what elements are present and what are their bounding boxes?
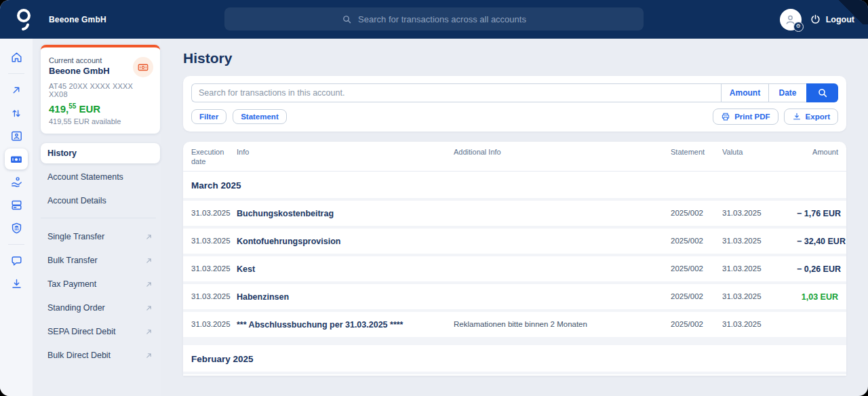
transaction-amount: 1,03 EUR — [797, 292, 838, 302]
rail-divider — [8, 73, 24, 74]
statement-number: 2025/002 — [671, 292, 722, 300]
search-icon — [342, 14, 352, 24]
statement-number: 2025/002 — [671, 264, 722, 273]
account-balance: 419,55 EUR — [49, 102, 152, 115]
sidebar-divider — [41, 218, 156, 218]
filter-button[interactable]: Filter — [191, 109, 226, 124]
valuta-date: 31.03.2025 — [722, 209, 797, 217]
additional-info: Reklamationen bitte binnen 2 Monaten — [454, 320, 671, 328]
bank-logo-icon — [15, 7, 33, 32]
print-pdf-label: Print PDF — [734, 113, 770, 121]
rail-item-cards-icon[interactable] — [5, 195, 28, 216]
sidebar-item-standing-order[interactable]: Standing Order — [41, 298, 160, 318]
sidebar-item-tax-payment[interactable]: Tax Payment — [41, 274, 160, 294]
app-shell: Current account Beeone GmbH AT45 20XX XX… — [0, 39, 868, 396]
banknote-icon — [133, 57, 153, 77]
amount-filter-button[interactable]: Amount — [721, 83, 768, 102]
transaction-info: Kontofuehrungsprovision — [237, 237, 454, 246]
transaction-info: Habenzinsen — [237, 292, 454, 302]
valuta-date: 31.03.2025 — [722, 264, 797, 273]
external-link-icon — [144, 304, 153, 313]
sidebar-item-label: Account Statements — [47, 172, 123, 182]
valuta-date: 31.03.2025 — [722, 237, 797, 245]
sidebar-item-label: Bulk Transfer — [47, 256, 98, 265]
account-card[interactable]: Current account Beeone GmbH AT45 20XX XX… — [41, 45, 160, 134]
account-search-input[interactable] — [191, 83, 721, 102]
rail-item-chat-icon[interactable] — [5, 250, 28, 271]
export-label: Export — [806, 113, 830, 121]
rail-item-banknote-icon[interactable] — [5, 148, 28, 170]
sidebar-item-label: Standing Order — [47, 303, 105, 313]
export-button[interactable]: Export — [784, 108, 838, 125]
transaction-row[interactable]: 31.03.2025*** Abschlussbuchung per 31.03… — [183, 309, 846, 337]
external-link-icon — [144, 328, 153, 336]
account-available: 419,55 EUR available — [49, 117, 152, 125]
account-menu: HistoryAccount StatementsAccount Details — [41, 143, 161, 211]
rail-item-arrow-up-right-icon[interactable] — [5, 79, 28, 100]
rail-item-shield-bank-icon[interactable] — [5, 218, 28, 239]
transaction-row[interactable]: 31.03.2025Kontofuehrungsprovision2025/00… — [183, 226, 846, 254]
month-header: February 2025 — [183, 337, 846, 372]
sidebar-item-single-transfer[interactable]: Single Transfer — [41, 226, 160, 247]
external-link-icon — [144, 256, 153, 265]
transactions-table: Execution dateInfoAdditional InfoStateme… — [183, 142, 846, 376]
sidebar-item-bulk-direct-debit[interactable]: Bulk Direct Debit — [41, 345, 160, 365]
execution-date: 31.03.2025 — [191, 264, 237, 273]
valuta-date: 31.03.2025 — [722, 320, 797, 328]
rail-item-contact-card-icon[interactable] — [5, 125, 28, 146]
valuta-date: 31.03.2025 — [722, 292, 797, 300]
rail-divider — [8, 244, 24, 245]
transaction-row[interactable]: 31.03.2025Buchungskostenbeitrag2025/0023… — [183, 198, 846, 226]
download-icon — [792, 112, 802, 121]
transaction-info: *** Abschlussbuchung per 31.03.2025 **** — [237, 320, 454, 330]
transaction-row[interactable]: 31.03.2025Habenzinsen2025/00231.03.20251… — [183, 281, 846, 309]
transaction-row[interactable]: 31.03.2025Kest2025/00231.03.2025− 0,26 E… — [183, 254, 846, 281]
date-filter-button[interactable]: Date — [768, 83, 806, 102]
page-title: History — [183, 50, 846, 66]
search-icon — [817, 87, 828, 98]
power-icon — [810, 14, 821, 25]
external-link-icon — [144, 351, 153, 360]
print-pdf-button[interactable]: Print PDF — [713, 108, 778, 125]
corner-fold — [833, 0, 868, 24]
statement-button[interactable]: Statement — [233, 109, 287, 124]
sidebar-item-label: Single Transfer — [47, 232, 104, 241]
external-link-icon — [144, 233, 153, 241]
table-body: March 202531.03.2025Buchungskostenbeitra… — [183, 172, 846, 376]
rail-item-hand-coin-icon[interactable] — [5, 172, 28, 193]
rail-item-download-icon[interactable] — [5, 273, 28, 294]
search-toolbar: Amount Date Filter Statement Print PDF — [183, 76, 846, 132]
global-search-placeholder: Search for transactions across all accou… — [358, 14, 526, 24]
column-header: Statement — [671, 147, 722, 157]
sidebar-item-account-details[interactable]: Account Details — [41, 191, 160, 211]
topbar: Beeone GmbH Search for transactions acro… — [0, 0, 868, 39]
settings-gear-icon[interactable]: ⚙ — [793, 22, 804, 32]
column-header: Valuta — [722, 147, 797, 157]
column-header: Additional Info — [454, 147, 671, 157]
transaction-amount: − 1,76 EUR — [797, 209, 841, 218]
transaction-amount: − 32,40 EUR — [797, 237, 846, 246]
printer-icon — [721, 112, 730, 121]
rail-item-home-icon[interactable] — [5, 47, 28, 68]
sidebar-item-label: History — [47, 148, 77, 158]
sidebar-item-label: Bulk Direct Debit — [47, 351, 111, 360]
rail-item-arrows-up-down-icon[interactable] — [5, 102, 28, 123]
column-header: Amount — [797, 147, 838, 157]
sidebar-item-label: Account Details — [47, 196, 106, 205]
user-avatar[interactable]: ⚙ — [780, 9, 802, 31]
sidebar: Current account Beeone GmbH AT45 20XX XX… — [33, 39, 161, 396]
account-iban: AT45 20XX XXXX XXXX XX08 — [49, 82, 152, 98]
sidebar-item-history[interactable]: History — [41, 143, 160, 163]
transaction-row[interactable]: 19.02.2025Autowerkstatt WalcherAT46 20XX… — [183, 372, 846, 376]
sidebar-item-sepa-direct-debit[interactable]: SEPA Direct Debit — [41, 321, 160, 342]
sidebar-item-account-statements[interactable]: Account Statements — [41, 167, 160, 187]
column-header: Info — [237, 147, 454, 157]
search-button[interactable] — [806, 83, 838, 102]
global-search-input[interactable]: Search for transactions across all accou… — [224, 7, 644, 31]
transaction-amount: − 0,26 EUR — [797, 264, 841, 274]
icon-rail — [0, 39, 33, 396]
app-window: Beeone GmbH Search for transactions acro… — [0, 0, 868, 396]
sidebar-item-bulk-transfer[interactable]: Bulk Transfer — [41, 250, 160, 271]
month-header: March 2025 — [183, 172, 846, 198]
external-link-icon — [144, 280, 153, 289]
